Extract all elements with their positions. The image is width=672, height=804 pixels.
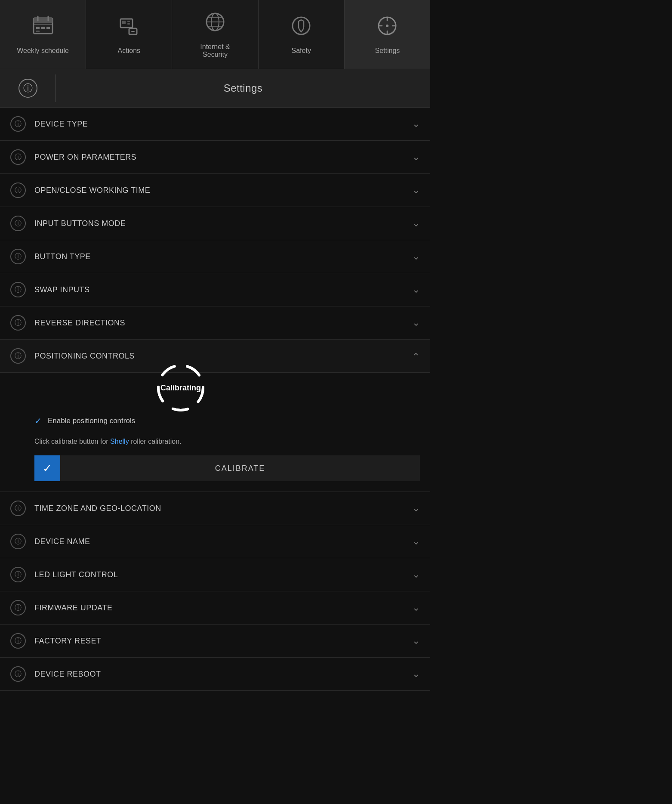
row-firmware-update[interactable]: ⓘ FIRMWARE UPDATE ⌄ — [0, 591, 430, 625]
tab-safety[interactable]: Safety — [259, 0, 345, 69]
info-icon-power-on: ⓘ — [10, 149, 26, 165]
calibrate-check-box: ✓ — [34, 455, 60, 481]
section-header: ⓘ Settings — [0, 69, 430, 108]
info-icon-swap-inputs: ⓘ — [10, 282, 26, 297]
label-button-type: BUTTON TYPE — [34, 252, 412, 261]
chevron-time-zone: ⌄ — [412, 503, 420, 514]
label-device-reboot: DEVICE REBOOT — [34, 670, 412, 679]
row-open-close-working-time[interactable]: ⓘ OPEN/CLOSE WORKING TIME ⌄ — [0, 174, 430, 207]
row-positioning-controls[interactable]: ⓘ POSITIONING CONTROLS ⌄ — [0, 340, 430, 373]
row-time-zone[interactable]: ⓘ TIME ZONE AND GEO-LOCATION ⌄ — [0, 492, 430, 525]
label-power-on-parameters: POWER ON PARAMETERS — [34, 153, 412, 162]
chevron-device-reboot: ⌄ — [412, 668, 420, 680]
row-power-on-parameters[interactable]: ⓘ POWER ON PARAMETERS ⌄ — [0, 141, 430, 174]
svg-rect-6 — [41, 27, 45, 29]
chevron-factory-reset: ⌄ — [412, 635, 420, 646]
info-icon-open-close: ⓘ — [10, 182, 26, 198]
label-reverse-directions: REVERSE DIRECTIONS — [34, 319, 412, 328]
label-input-buttons-mode: INPUT BUTTONS MODE — [34, 219, 412, 228]
label-swap-inputs: SWAP INPUTS — [34, 285, 412, 294]
info-icon-firmware-update: ⓘ — [10, 600, 26, 615]
info-icon-device-reboot: ⓘ — [10, 666, 26, 682]
positioning-controls-expanded: Calibrating ✓ Enable positioning control… — [0, 373, 430, 492]
svg-rect-8 — [36, 31, 40, 32]
top-nav: Weekly schedule Actions Interne — [0, 0, 430, 69]
chevron-power-on: ⌄ — [412, 152, 420, 163]
svg-rect-7 — [46, 27, 50, 29]
calibrate-button[interactable]: CALIBRATE — [60, 455, 420, 481]
info-icon-reverse-directions: ⓘ — [10, 315, 26, 331]
tab-actions[interactable]: Actions — [86, 0, 172, 69]
info-icon-time-zone: ⓘ — [10, 501, 26, 516]
info-icon-factory-reset: ⓘ — [10, 633, 26, 649]
tab-internet-security[interactable]: Internet &Security — [172, 0, 258, 69]
chevron-open-close: ⌄ — [412, 185, 420, 196]
label-firmware-update: FIRMWARE UPDATE — [34, 603, 412, 612]
enable-positioning-row: ✓ Enable positioning controls — [34, 416, 420, 426]
chevron-led-light: ⌄ — [412, 569, 420, 580]
label-led-light-control: LED LIGHT CONTROL — [34, 570, 412, 579]
label-device-name: DEVICE NAME — [34, 537, 412, 546]
info-icon-button-type: ⓘ — [10, 249, 26, 264]
row-factory-reset[interactable]: ⓘ FACTORY RESET ⌄ — [0, 625, 430, 658]
chevron-device-type: ⌄ — [412, 118, 420, 130]
calibrating-spinner: Calibrating — [153, 360, 209, 416]
label-factory-reset: FACTORY RESET — [34, 637, 412, 646]
chevron-device-name: ⌄ — [412, 536, 420, 547]
weekly-schedule-icon — [32, 15, 54, 42]
shelly-link[interactable]: Shelly — [110, 438, 129, 445]
tab-actions-label: Actions — [118, 47, 140, 55]
info-icon-device-type: ⓘ — [10, 116, 26, 132]
header-info-icon: ⓘ — [18, 79, 37, 98]
enable-positioning-label: Enable positioning controls — [48, 417, 135, 425]
chevron-button-type: ⌄ — [412, 251, 420, 262]
label-device-type: DEVICE TYPE — [34, 120, 412, 129]
info-icon-positioning-controls: ⓘ — [10, 348, 26, 364]
tab-safety-label: Safety — [292, 47, 311, 55]
info-icon-device-name: ⓘ — [10, 534, 26, 549]
row-device-name[interactable]: ⓘ DEVICE NAME ⌄ — [0, 525, 430, 558]
calibrate-btn-row: ✓ CALIBRATE — [34, 455, 420, 481]
svg-point-22 — [386, 25, 388, 27]
enable-positioning-checkmark: ✓ — [34, 416, 42, 426]
tab-settings[interactable]: Settings — [345, 0, 430, 69]
row-led-light-control[interactable]: ⓘ LED LIGHT CONTROL ⌄ — [0, 558, 430, 591]
tab-weekly-schedule[interactable]: Weekly schedule — [0, 0, 86, 69]
row-device-type[interactable]: ⓘ DEVICE TYPE ⌄ — [0, 108, 430, 141]
label-open-close-working-time: OPEN/CLOSE WORKING TIME — [34, 186, 412, 195]
info-icon-led-light: ⓘ — [10, 567, 26, 582]
chevron-reverse-directions: ⌄ — [412, 317, 420, 328]
chevron-swap-inputs: ⌄ — [412, 284, 420, 295]
chevron-firmware-update: ⌄ — [412, 602, 420, 613]
svg-rect-11 — [127, 21, 130, 22]
svg-rect-5 — [36, 27, 40, 29]
row-swap-inputs[interactable]: ⓘ SWAP INPUTS ⌄ — [0, 273, 430, 306]
row-device-reboot[interactable]: ⓘ DEVICE REBOOT ⌄ — [0, 658, 430, 691]
svg-rect-12 — [127, 23, 130, 25]
svg-rect-1 — [34, 18, 52, 23]
header-icon-box: ⓘ — [0, 74, 56, 102]
row-button-type[interactable]: ⓘ BUTTON TYPE ⌄ — [0, 240, 430, 273]
info-icon-input-buttons: ⓘ — [10, 216, 26, 231]
svg-rect-10 — [122, 21, 126, 24]
settings-list: ⓘ DEVICE TYPE ⌄ ⓘ POWER ON PARAMETERS ⌄ … — [0, 108, 430, 691]
section-title: Settings — [56, 82, 430, 94]
chevron-positioning-controls: ⌄ — [412, 350, 420, 362]
label-time-zone: TIME ZONE AND GEO-LOCATION — [34, 504, 412, 513]
chevron-input-buttons: ⌄ — [412, 218, 420, 229]
internet-security-icon — [204, 11, 226, 38]
row-reverse-directions[interactable]: ⓘ REVERSE DIRECTIONS ⌄ — [0, 306, 430, 340]
actions-icon — [118, 15, 140, 42]
tab-settings-label: Settings — [375, 47, 400, 55]
settings-icon — [376, 15, 398, 42]
row-input-buttons-mode[interactable]: ⓘ INPUT BUTTONS MODE ⌄ — [0, 207, 430, 240]
tab-internet-security-label: Internet &Security — [200, 43, 230, 59]
tab-weekly-schedule-label: Weekly schedule — [17, 47, 69, 55]
safety-icon — [290, 15, 312, 42]
calibrate-info-text: Click calibrate button for Shelly roller… — [34, 436, 420, 447]
calibrating-text: Calibrating — [160, 383, 201, 393]
label-positioning-controls: POSITIONING CONTROLS — [34, 352, 412, 361]
